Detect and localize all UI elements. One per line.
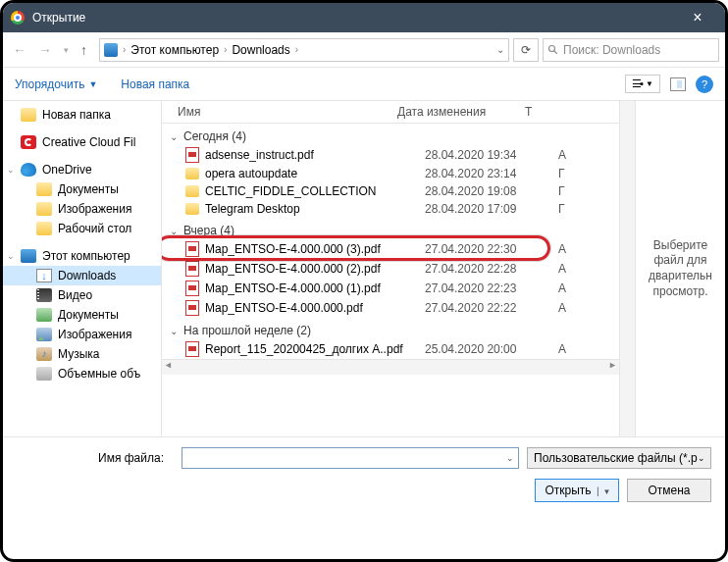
crumb-root[interactable]: Этот компьютер xyxy=(130,43,219,57)
tree-label: Новая папка xyxy=(42,108,111,122)
tree-item[interactable]: Музыка xyxy=(3,344,161,364)
close-button[interactable]: × xyxy=(678,9,717,26)
view-mode-button[interactable]: ☰▪ ▼ xyxy=(625,75,660,93)
tree-item[interactable]: Новая папка xyxy=(3,105,161,125)
preview-pane: Выберите файл для дварительн просмотр. xyxy=(635,101,725,436)
tree-label: Документы xyxy=(58,308,119,322)
dl-icon xyxy=(36,269,52,282)
file-name: Telegram Desktop xyxy=(205,202,419,216)
docs-icon xyxy=(36,308,52,322)
folder-icon xyxy=(21,108,36,122)
file-row[interactable]: Map_ENTSO-E-4.000.000 (3).pdf27.04.2020 … xyxy=(162,239,619,259)
col-date[interactable]: Дата изменения xyxy=(397,105,525,119)
file-row[interactable]: Map_ENTSO-E-4.000.000.pdf27.04.2020 22:2… xyxy=(162,298,619,318)
organize-button[interactable]: Упорядочить ▼ xyxy=(15,77,97,91)
tree-item[interactable]: Документы xyxy=(3,179,161,199)
expand-icon[interactable]: ⌄ xyxy=(7,251,15,261)
window-title: Открытие xyxy=(32,11,85,25)
file-row[interactable]: Telegram Desktop28.04.2020 17:09Г xyxy=(162,200,619,218)
folder-icon xyxy=(185,185,199,197)
file-type: A xyxy=(558,342,578,356)
tree-item[interactable]: Изображения xyxy=(3,199,161,219)
file-type: A xyxy=(558,262,578,276)
tree-item[interactable]: Creative Cloud Fil xyxy=(3,132,161,152)
address-bar: ← → ▾ ↑ › Этот компьютер › Downloads › ⌄… xyxy=(3,32,725,68)
tree-label: Видео xyxy=(58,288,92,302)
file-row[interactable]: Report_115_20200425_долгих А..pdf25.04.2… xyxy=(162,339,619,359)
filetype-filter[interactable]: Пользовательские файлы (*.p ⌄ xyxy=(527,447,711,469)
chevron-down-icon: ⌄ xyxy=(698,453,705,463)
tree-item[interactable]: Видео xyxy=(3,285,161,305)
nav-back-icon[interactable]: ← xyxy=(9,40,30,60)
tree-item[interactable]: ⌄OneDrive xyxy=(3,160,161,179)
file-row[interactable]: CELTIC_FIDDLE_COLLECTION28.04.2020 19:08… xyxy=(162,182,619,200)
cancel-button[interactable]: Отмена xyxy=(627,479,711,502)
col-type[interactable]: Т xyxy=(525,105,545,119)
pdf-icon xyxy=(185,261,199,277)
v-scrollbar[interactable] xyxy=(619,101,635,436)
titlebar: Открытие × xyxy=(3,3,725,32)
tree-label: Изображения xyxy=(58,328,131,341)
tree-item[interactable]: Downloads xyxy=(3,266,161,285)
file-date: 28.04.2020 17:09 xyxy=(425,202,552,216)
folder-icon xyxy=(36,202,52,216)
music-icon xyxy=(36,347,52,361)
nav-tree[interactable]: Новая папкаCreative Cloud Fil⌄OneDriveДо… xyxy=(3,101,162,436)
search-input[interactable]: Поиск: Downloads xyxy=(543,38,719,62)
nav-fwd-icon[interactable]: → xyxy=(34,40,56,60)
chrome-icon xyxy=(11,11,25,25)
column-headers[interactable]: Имя Дата изменения Т xyxy=(162,101,619,124)
pdf-icon xyxy=(185,341,199,357)
file-row[interactable]: Map_ENTSO-E-4.000.000 (1).pdf27.04.2020 … xyxy=(162,279,619,298)
group-header[interactable]: ⌄На прошлой неделе (2) xyxy=(162,318,619,339)
video-icon xyxy=(36,288,52,302)
tree-item[interactable]: Документы xyxy=(3,305,161,325)
folder-icon xyxy=(36,182,52,196)
file-type: A xyxy=(558,148,578,162)
file-type: A xyxy=(558,242,578,256)
file-row[interactable]: opera autoupdate28.04.2020 23:14Г xyxy=(162,165,619,182)
expand-icon[interactable]: ⌄ xyxy=(7,165,15,175)
file-name: Map_ENTSO-E-4.000.000.pdf xyxy=(205,301,419,315)
pc-icon xyxy=(104,43,118,57)
group-title: Вчера (4) xyxy=(183,224,234,237)
pdf-icon xyxy=(185,281,199,296)
tree-item[interactable]: ⌄Этот компьютер xyxy=(3,246,161,266)
chevron-down-icon[interactable]: ⌄ xyxy=(506,453,514,463)
help-button[interactable]: ? xyxy=(696,76,713,93)
nav-up-icon[interactable]: ↑ xyxy=(77,40,91,60)
file-row[interactable]: adsense_instruct.pdf28.04.2020 19:34A xyxy=(162,145,619,165)
breadcrumb[interactable]: › Этот компьютер › Downloads › ⌄ xyxy=(99,38,509,62)
pc-icon xyxy=(21,249,36,263)
file-type: A xyxy=(558,281,578,295)
chevron-down-icon: ⌄ xyxy=(170,226,178,236)
onedrive-icon xyxy=(21,163,36,177)
filename-input[interactable]: ⌄ xyxy=(182,447,519,469)
chevron-right-icon: › xyxy=(292,44,301,55)
file-date: 28.04.2020 19:08 xyxy=(425,184,552,198)
group-header[interactable]: ⌄Вчера (4) xyxy=(162,218,619,239)
footer: Имя файла: ⌄ Пользовательские файлы (*.p… xyxy=(3,436,725,512)
group-header[interactable]: ⌄Сегодня (4) xyxy=(162,124,619,145)
open-button[interactable]: Открыть ▏▼ xyxy=(535,479,619,502)
folder-icon xyxy=(36,222,52,235)
file-type: Г xyxy=(558,202,578,216)
tree-item[interactable]: Изображения xyxy=(3,325,161,344)
newfolder-button[interactable]: Новая папка xyxy=(121,77,189,91)
tree-item[interactable]: Объемные объ xyxy=(3,364,161,383)
crumb-folder[interactable]: Downloads xyxy=(232,43,289,57)
tree-item[interactable]: Рабочий стол xyxy=(3,219,161,238)
refresh-button[interactable]: ⟳ xyxy=(513,38,539,62)
file-list[interactable]: Имя Дата изменения Т ⌄Сегодня (4)adsense… xyxy=(162,101,619,436)
chevron-down-icon[interactable]: ⌄ xyxy=(496,44,504,55)
preview-pane-button[interactable] xyxy=(670,77,686,91)
img-icon xyxy=(36,328,52,341)
file-row[interactable]: Map_ENTSO-E-4.000.000 (2).pdf27.04.2020 … xyxy=(162,259,619,279)
col-name[interactable]: Имя xyxy=(162,105,397,119)
h-scrollbar[interactable] xyxy=(162,359,619,375)
file-name: CELTIC_FIDDLE_COLLECTION xyxy=(205,184,419,198)
tree-label: Creative Cloud Fil xyxy=(42,135,135,149)
folder-icon xyxy=(185,203,199,215)
file-date: 27.04.2020 22:23 xyxy=(425,281,552,295)
nav-recent-icon[interactable]: ▾ xyxy=(60,43,73,57)
